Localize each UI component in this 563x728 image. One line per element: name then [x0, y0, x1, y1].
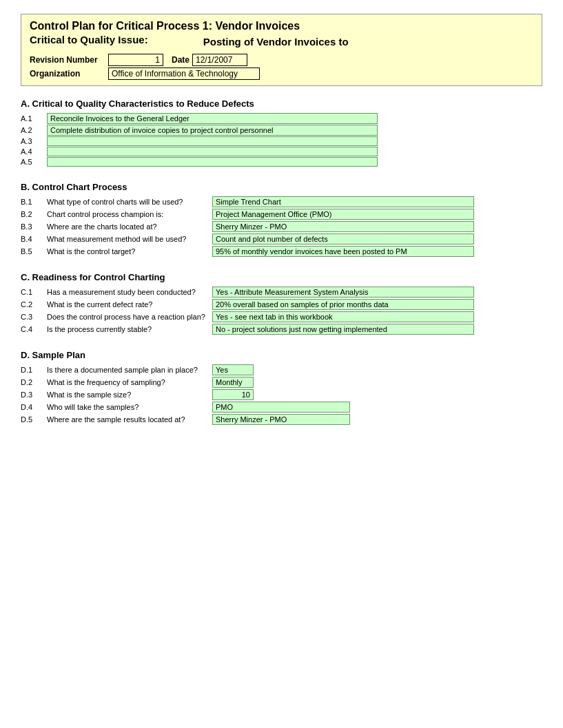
row-answer: Count and plot number of defects	[212, 233, 474, 245]
list-item: A.4	[21, 147, 542, 156]
section-d-rows: D.1 Is there a documented sample plan in…	[21, 364, 542, 425]
row-question: Is there a documented sample plan in pla…	[47, 366, 212, 374]
section-a-rows: A.1 Reconcile Invoices to the General Le…	[21, 113, 542, 167]
row-question: What is the sample size?	[47, 391, 212, 399]
list-item: B.1 What type of control charts will be …	[21, 196, 542, 207]
header-box: Control Plan for Critical Process 1: Ven…	[21, 14, 542, 86]
row-answer: Monthly	[212, 377, 254, 388]
section-d: D. Sample Plan D.1 Is there a documented…	[21, 350, 542, 425]
list-item: C.4 Is the process currently stable? No …	[21, 324, 542, 335]
list-item: A.3	[21, 136, 542, 146]
row-question: Where are the charts located at?	[47, 222, 212, 231]
header-ctq-value: Posting of Vendor Invoices to	[203, 36, 349, 48]
list-item: D.3 What is the sample size? 10	[21, 389, 542, 400]
row-question: Has a measurement study been conducted?	[47, 288, 212, 296]
list-item: D.2 What is the frequency of sampling? M…	[21, 377, 542, 388]
section-b-rows: B.1 What type of control charts will be …	[21, 196, 542, 257]
section-c-rows: C.1 Has a measurement study been conduct…	[21, 287, 542, 335]
row-label: D.4	[21, 403, 47, 411]
row-label: B.5	[21, 247, 47, 256]
section-c-title: C. Readiness for Control Charting	[21, 272, 542, 282]
row-question: Does the control process have a reaction…	[47, 313, 212, 321]
list-item: D.1 Is there a documented sample plan in…	[21, 364, 542, 375]
list-item: B.4 What measurement method will be used…	[21, 233, 542, 245]
row-label: C.4	[21, 325, 47, 333]
row-label: D.1	[21, 366, 47, 374]
row-question: Who will take the samples?	[47, 403, 212, 411]
section-b: B. Control Chart Process B.1 What type o…	[21, 182, 542, 257]
row-label: D.3	[21, 391, 47, 399]
row-label: C.3	[21, 313, 47, 321]
row-label: C.2	[21, 300, 47, 309]
row-value	[47, 136, 378, 146]
row-question: What is the control target?	[47, 247, 212, 256]
row-label: A.3	[21, 137, 47, 145]
row-answer: Sherry Minzer - PMO	[212, 414, 350, 425]
section-c: C. Readiness for Control Charting C.1 Ha…	[21, 272, 542, 335]
list-item: B.2 Chart control process champion is: P…	[21, 209, 542, 220]
row-value	[47, 147, 378, 156]
row-answer: 95% of monthly vendor invoices have been…	[212, 246, 474, 257]
list-item: B.3 Where are the charts located at? She…	[21, 221, 542, 232]
row-value	[47, 157, 378, 167]
row-answer: No - project solutions just now getting …	[212, 324, 474, 335]
revision-label: Revision Number	[30, 55, 105, 65]
row-answer: 20% overall based on samples of prior mo…	[212, 299, 474, 310]
row-label: D.2	[21, 378, 47, 386]
row-value: Reconcile Invoices to the General Ledger	[47, 113, 378, 124]
org-value: Office of Information & Technology	[108, 67, 260, 80]
row-value: Complete distribution of invoice copies …	[47, 125, 378, 136]
row-answer: Yes - Attribute Measurement System Analy…	[212, 287, 474, 298]
section-a-title: A. Critical to Quality Characteristics t…	[21, 98, 542, 109]
list-item: A.1 Reconcile Invoices to the General Le…	[21, 113, 542, 124]
date-value: 12/1/2007	[192, 54, 247, 66]
row-label: B.1	[21, 198, 47, 206]
row-question: Chart control process champion is:	[47, 210, 212, 218]
header-subtitle: Critical to Quality Issue:	[30, 34, 148, 45]
row-answer: Sherry Minzer - PMO	[212, 221, 474, 232]
list-item: A.2 Complete distribution of invoice cop…	[21, 125, 542, 136]
row-answer: 10	[212, 389, 254, 400]
row-question: What measurement method will be used?	[47, 235, 212, 243]
row-label: C.1	[21, 288, 47, 296]
row-answer: Yes	[212, 364, 254, 375]
row-question: Where are the sample results located at?	[47, 415, 212, 424]
section-d-title: D. Sample Plan	[21, 350, 542, 360]
date-label: Date	[172, 55, 190, 65]
row-label: A.4	[21, 147, 47, 156]
list-item: B.5 What is the control target? 95% of m…	[21, 246, 542, 257]
row-answer: Simple Trend Chart	[212, 196, 474, 207]
row-label: D.5	[21, 415, 47, 424]
row-label: B.2	[21, 210, 47, 218]
row-answer: PMO	[212, 402, 350, 413]
list-item: D.5 Where are the sample results located…	[21, 414, 542, 425]
list-item: A.5	[21, 157, 542, 167]
header-title: Control Plan for Critical Process 1: Ven…	[30, 20, 533, 32]
row-label: B.4	[21, 235, 47, 243]
section-b-title: B. Control Chart Process	[21, 182, 542, 192]
row-label: A.5	[21, 158, 47, 166]
list-item: C.1 Has a measurement study been conduct…	[21, 287, 542, 298]
list-item: C.2 What is the current defect rate? 20%…	[21, 299, 542, 310]
row-question: Is the process currently stable?	[47, 325, 212, 333]
row-answer: Yes - see next tab in this workbook	[212, 311, 474, 322]
revision-value: 1	[108, 54, 163, 66]
list-item: D.4 Who will take the samples? PMO	[21, 402, 542, 413]
row-label: A.1	[21, 114, 47, 123]
row-question: What is the current defect rate?	[47, 300, 212, 309]
section-a: A. Critical to Quality Characteristics t…	[21, 98, 542, 167]
row-question: What is the frequency of sampling?	[47, 378, 212, 386]
row-answer: Project Management Office (PMO)	[212, 209, 474, 220]
row-label: A.2	[21, 126, 47, 134]
list-item: C.3 Does the control process have a reac…	[21, 311, 542, 322]
row-label: B.3	[21, 222, 47, 231]
org-label: Organization	[30, 69, 105, 79]
row-question: What type of control charts will be used…	[47, 198, 212, 206]
